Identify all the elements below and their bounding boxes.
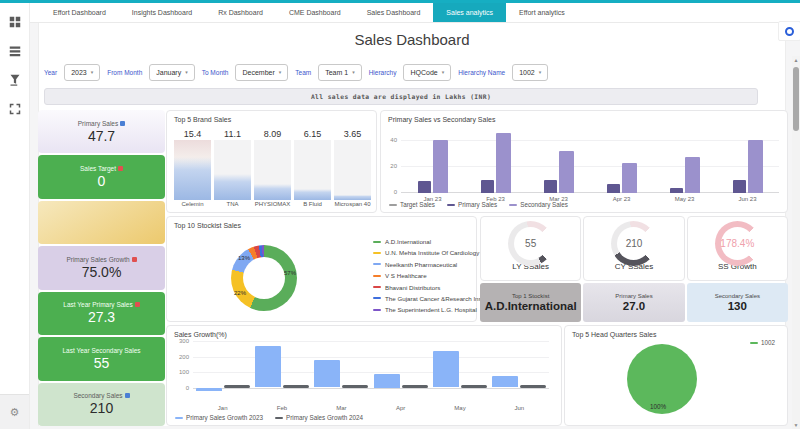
- primary-sales-bar[interactable]: [544, 180, 557, 193]
- legend-label: Bhavani Distributors: [385, 284, 440, 291]
- kpi-label-text: Primary Sales: [78, 120, 118, 127]
- gauge-card-ss-growth: 178.4%SS Growth: [687, 216, 788, 281]
- growth-2023-bar[interactable]: [374, 374, 400, 388]
- brand-bar[interactable]: [174, 140, 211, 200]
- kpi-card-secondary-sales: Secondary Sales210: [38, 383, 165, 426]
- growth-2024-bar[interactable]: [402, 385, 428, 388]
- legend-label: The Superintendent L.G. Hospital: [385, 306, 477, 313]
- widget-settings-button[interactable]: [778, 21, 800, 41]
- y-axis-tick: 0: [186, 385, 189, 391]
- tab-insights-dashboard[interactable]: Insights Dashboard: [119, 3, 205, 22]
- filter-select-to-month[interactable]: December▾: [235, 64, 288, 81]
- gridline: 0: [193, 388, 549, 389]
- brand-column-microspan-40: 3.65Microspan 40: [334, 128, 371, 209]
- growth-2023-bar[interactable]: [314, 360, 340, 387]
- brand-bar-fill: [294, 189, 331, 200]
- info-card-value: 27.0: [623, 300, 645, 312]
- legend-dash-icon: [373, 275, 381, 277]
- primary-sales-bar[interactable]: [418, 181, 431, 193]
- y-axis-tick: 40: [390, 137, 397, 143]
- brand-bar[interactable]: [214, 140, 251, 200]
- brand-bar[interactable]: [254, 140, 291, 200]
- scroll-up-arrow-icon[interactable]: ▲: [792, 56, 800, 64]
- legend-item-u-n-mehta-institute-of-cardiology: U.N. Mehta Institute Of Cardiology: [373, 249, 485, 256]
- growth-2024-bar[interactable]: [461, 385, 487, 388]
- primary-sales-bar[interactable]: [607, 184, 620, 193]
- gridline: 0: [401, 192, 779, 193]
- top-5-headquarters-card: Top 5 Head Quarters Sales 100% 1002: [564, 325, 788, 426]
- filter-label-year: Year: [44, 69, 57, 76]
- vertical-scrollbar[interactable]: ▲ ▼: [792, 56, 800, 429]
- primary-sales-bar[interactable]: [733, 180, 746, 193]
- growth-2024-bar[interactable]: [342, 385, 368, 388]
- legend-dash-icon: [447, 204, 455, 206]
- brand-bar[interactable]: [334, 140, 371, 200]
- top-tab-bar: Effort DashboardInsights DashboardRx Das…: [30, 3, 800, 23]
- primary-sales-bar[interactable]: [670, 188, 683, 193]
- filter-select-team[interactable]: Team 1▾: [318, 64, 361, 81]
- legend-item-bhavani-distributors: Bhavani Distributors: [373, 284, 485, 291]
- tab-cme-dashboard[interactable]: CME Dashboard: [276, 3, 354, 22]
- settings-gear-icon[interactable]: ⚙: [10, 407, 20, 418]
- secondary-sales-bar[interactable]: [622, 163, 637, 193]
- chart-title: Sales Growth(%): [174, 331, 227, 338]
- x-axis-label: Apr: [396, 405, 405, 411]
- kpi-label: Last Year Primary Sales: [63, 301, 139, 308]
- legend-dash-icon: [373, 252, 381, 254]
- chevron-down-icon: ▾: [279, 69, 282, 75]
- kpi-label-text: Secondary Sales: [73, 392, 122, 399]
- brand-sales-chart: 15.4Celemin11.1TNA8.09PHYSIOMAX6.15B Flu…: [174, 128, 371, 209]
- filter-select-from-month[interactable]: January▾: [149, 64, 194, 81]
- brand-bar-fill: [334, 195, 371, 200]
- kpi-value: 47.7: [88, 128, 115, 144]
- tab-effort-dashboard[interactable]: Effort Dashboard: [40, 3, 119, 22]
- growth-2024-bar[interactable]: [283, 385, 309, 388]
- growth-2023-bar[interactable]: [196, 388, 222, 391]
- secondary-sales-bar[interactable]: [496, 133, 511, 193]
- secondary-sales-bar[interactable]: [433, 140, 448, 193]
- top-5-brand-sales-card: Top 5 Brand Sales 15.4Celemin11.1TNA8.09…: [166, 110, 377, 213]
- table-icon[interactable]: [9, 45, 21, 57]
- tab-rx-dashboard[interactable]: Rx Dashboard: [205, 3, 276, 22]
- gridline: 100: [193, 372, 549, 373]
- dashboard-grid-icon[interactable]: [9, 16, 21, 28]
- secondary-sales-bar[interactable]: [559, 151, 574, 193]
- filter-select-hierarchy-name[interactable]: 1002▾: [512, 64, 548, 81]
- filter-label-team: Team: [295, 69, 311, 76]
- tab-sales-analytics[interactable]: Sales analytics: [433, 3, 506, 22]
- growth-2023-bar[interactable]: [433, 351, 459, 387]
- growth-2024-bar[interactable]: [520, 385, 546, 388]
- funnel-icon[interactable]: [9, 74, 21, 86]
- chart-legend: A.D.InternationalU.N. Mehta Institute Of…: [373, 238, 485, 313]
- y-axis-tick: 300: [179, 338, 189, 344]
- tab-sales-dashboard[interactable]: Sales Dashboard: [354, 3, 434, 22]
- fullscreen-icon[interactable]: [9, 103, 21, 115]
- y-axis-tick: 20: [390, 163, 397, 169]
- primary-sales-bar[interactable]: [481, 180, 494, 193]
- secondary-sales-bar[interactable]: [748, 140, 763, 193]
- pie-slice-label: 100%: [650, 403, 666, 410]
- growth-2023-bar[interactable]: [255, 346, 281, 387]
- bar-category-label: PHYSIOMAX: [254, 200, 291, 209]
- filter-label-hierarchy: Hierarchy: [369, 69, 397, 76]
- kpi-label-text: Last Year Secondary Sales: [62, 347, 140, 354]
- filter-select-hierarchy[interactable]: HQCode▾: [403, 64, 451, 81]
- x-axis-label: Feb: [277, 405, 287, 411]
- growth-2024-bar[interactable]: [224, 385, 250, 388]
- scrollbar-thumb[interactable]: [793, 67, 799, 131]
- secondary-sales-bar[interactable]: [685, 157, 700, 193]
- bar-category-label: B Fluid: [294, 200, 331, 209]
- filter-value: January: [156, 69, 181, 76]
- brand-bar[interactable]: [294, 140, 331, 200]
- growth-2023-bar[interactable]: [492, 376, 518, 388]
- info-card-row: Top 1 StockistA.D.InternationalPrimary S…: [480, 283, 788, 322]
- gauge-row: 55LY SSales210CY SSales178.4%SS Growth: [480, 216, 788, 281]
- scroll-down-arrow-icon[interactable]: ▼: [792, 421, 800, 429]
- bar-category-label: TNA: [214, 200, 251, 209]
- kpi-label-text: Sales Target: [80, 165, 116, 172]
- kpi-card-primary-sales: Primary Sales47.7: [38, 110, 165, 153]
- legend-label: V S Healthcare: [385, 272, 427, 279]
- tab-effort-analytics[interactable]: Effort analytics: [506, 3, 578, 22]
- kpi-label: Primary Sales: [78, 120, 125, 127]
- filter-select-year[interactable]: 2023▾: [64, 64, 100, 81]
